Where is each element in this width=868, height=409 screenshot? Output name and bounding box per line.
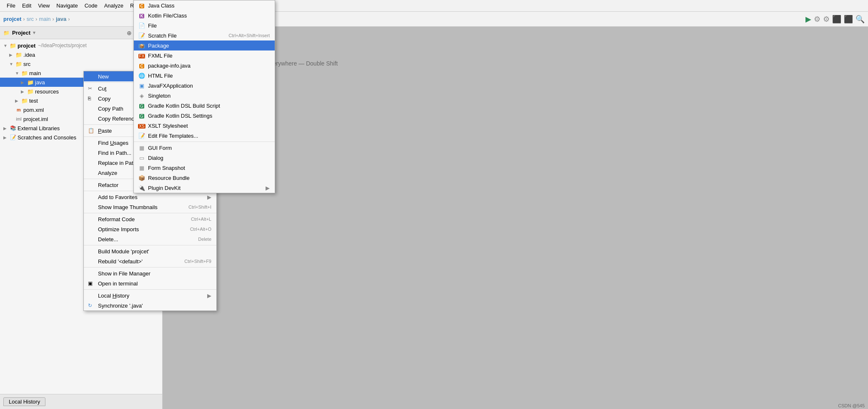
panel-locate-btn[interactable]: ⊕ — [126, 29, 133, 37]
sub-edittemplates-label: Edit File Templates... — [148, 133, 270, 139]
sub-item-fxml[interactable]: FX FXML File — [134, 50, 275, 61]
project-panel-icon: 📁 — [3, 30, 10, 36]
ctx-item-buildmodule[interactable]: Build Module 'projcet' — [84, 246, 216, 256]
menu-view[interactable]: View — [35, 1, 53, 10]
sub-item-file[interactable]: 📄 File — [134, 20, 275, 30]
dialog-icon: ▭ — [137, 155, 146, 161]
terminal-icon: ▣ — [88, 280, 96, 286]
ctx-item-openinterminal[interactable]: ▣ Open in terminal — [84, 278, 216, 288]
local-history-tab[interactable]: Local History — [3, 397, 45, 406]
ctx-item-showfilemanager[interactable]: Show in File Manager — [84, 268, 216, 278]
menu-edit[interactable]: Edit — [19, 1, 35, 10]
ctx-optimize-label: Optimize Imports — [98, 226, 183, 232]
ctx-sep-6 — [84, 213, 216, 213]
gradle-build-icon: G — [137, 103, 146, 109]
formsnapshot-icon: ▦ — [137, 165, 146, 171]
debug-icon[interactable]: ⚙ — [814, 15, 820, 24]
sub-item-resourcebundle[interactable]: 📦 Resource Bundle — [134, 173, 275, 183]
ctx-item-synchronize[interactable]: ↻ Synchronize '.java' — [84, 300, 216, 311]
project-panel-dropdown[interactable]: ▾ — [33, 30, 35, 35]
guiform-icon: ▦ — [137, 145, 146, 151]
ctx-item-optimize[interactable]: Optimize Imports Ctrl+Alt+O — [84, 224, 216, 234]
tree-label-test: test — [29, 98, 38, 104]
tree-arrow-resources: ▶ — [21, 89, 27, 94]
ctx-item-rebuild[interactable]: Rebuild '<default>' Ctrl+Shift+F9 — [84, 256, 216, 266]
sub-item-javaclass[interactable]: C Java Class — [134, 0, 275, 10]
sub-fxml-label: FXML File — [148, 53, 270, 59]
ctx-item-localhistory[interactable]: Local History ▶ — [84, 290, 216, 300]
run-icon[interactable]: ▶ — [805, 15, 811, 24]
tree-arrow-root: ▼ — [3, 43, 9, 48]
sub-item-packageinfo[interactable]: C package-info.java — [134, 61, 275, 71]
tree-label-resources: resources — [35, 88, 59, 95]
ctx-sep-9 — [84, 289, 216, 290]
menu-file[interactable]: File — [3, 1, 19, 10]
breadcrumb-main[interactable]: main — [39, 16, 50, 22]
tree-arrow-idea: ▶ — [9, 53, 15, 57]
packageinfo-icon: C — [137, 63, 146, 69]
tree-label-root: projcet — [18, 43, 35, 49]
sub-item-edittemplates[interactable]: 📝 Edit File Templates... — [134, 131, 275, 141]
ctx-favorites-arrow: ▶ — [207, 194, 211, 200]
breadcrumb-src[interactable]: src — [27, 16, 34, 22]
ctx-localhistory-label: Local History — [98, 293, 207, 299]
sub-item-formsnapshot[interactable]: ▦ Form Snapshot — [134, 163, 275, 173]
javafx-icon: ▣ — [137, 83, 146, 89]
menu-code[interactable]: Code — [81, 1, 101, 10]
file-icon-pom: m — [15, 107, 23, 112]
sub-item-dialog[interactable]: ▭ Dialog — [134, 153, 275, 163]
sub-item-package[interactable]: 📦 Package — [134, 40, 275, 50]
ctx-item-delete[interactable]: Delete... Delete — [84, 234, 216, 244]
tree-label-main: main — [29, 70, 41, 76]
sub-scratch-label: Scratch File — [148, 33, 228, 39]
folder-icon-test: 📁 — [21, 98, 28, 104]
breadcrumb-java[interactable]: java — [56, 16, 66, 22]
coverage-icon[interactable]: ⚙ — [823, 15, 830, 24]
tree-arrow-java: ▶ — [21, 80, 27, 85]
folder-icon-src: 📁 — [15, 61, 23, 67]
breadcrumb-sep-3: › — [53, 16, 54, 22]
resourcebundle-icon: 📦 — [137, 175, 146, 181]
menu-navigate[interactable]: Navigate — [53, 1, 81, 10]
sub-item-xslt[interactable]: XS XSLT Stylesheet — [134, 121, 275, 131]
stop-icon[interactable]: ⬛ — [832, 15, 841, 24]
breadcrumb-sep-1: › — [23, 16, 25, 22]
sub-plugindevkit-arrow: ▶ — [266, 185, 270, 191]
ctx-favorites-label: Add to Favorites — [98, 194, 207, 200]
ctx-synchronize-label: Synchronize '.java' — [98, 303, 211, 309]
statusbar: CSDN @545 — [838, 403, 865, 408]
ctx-optimize-shortcut: Ctrl+Alt+O — [190, 227, 211, 232]
sub-item-plugindevkit[interactable]: 🔌 Plugin DevKit ▶ — [134, 183, 275, 193]
sub-item-guiform[interactable]: ▦ GUI Form — [134, 143, 275, 153]
sub-item-javafx[interactable]: ▣ JavaFXApplication — [134, 81, 275, 91]
sub-item-scratch[interactable]: 📝 Scratch File Ctrl+Alt+Shift+Insert — [134, 30, 275, 40]
tree-label-external: External Libraries — [18, 125, 60, 131]
tree-arrow-test: ▶ — [15, 98, 21, 103]
build-icon[interactable]: ⬛ — [844, 15, 853, 24]
sub-item-gradle-build[interactable]: G Gradle Kotlin DSL Build Script — [134, 101, 275, 111]
search-everywhere-icon[interactable]: 🔍 — [855, 15, 865, 24]
menu-analyze[interactable]: Analyze — [101, 1, 127, 10]
sub-item-gradle-settings[interactable]: G Gradle Kotlin DSL Settings — [134, 111, 275, 121]
sync-icon: ↻ — [88, 303, 96, 308]
ctx-item-thumbnails[interactable]: Show Image Thumbnails Ctrl+Shift+I — [84, 202, 216, 212]
edittemplate-icon: 📝 — [137, 133, 146, 139]
sub-xslt-label: XSLT Stylesheet — [148, 123, 270, 129]
ctx-item-reformat[interactable]: Reformat Code Ctrl+Alt+L — [84, 214, 216, 224]
kotlin-class-icon: K — [137, 13, 146, 19]
sub-item-singleton[interactable]: ◈ Singleton — [134, 91, 275, 101]
sub-file-label: File — [148, 23, 270, 29]
breadcrumb-root[interactable]: projcet — [3, 16, 21, 22]
sub-package-label: Package — [148, 43, 270, 49]
sub-kotlinclass-label: Kotlin File/Class — [148, 13, 270, 19]
sub-item-kotlinclass[interactable]: K Kotlin File/Class — [134, 10, 275, 20]
submenu-new: C Java Class K Kotlin File/Class 📄 File … — [133, 0, 275, 193]
sub-item-html[interactable]: 🌐 HTML File — [134, 71, 275, 81]
ctx-item-favorites[interactable]: Add to Favorites ▶ — [84, 192, 216, 202]
fxml-icon: FX — [137, 53, 146, 59]
file-icon-iml: iml — [15, 117, 23, 121]
breadcrumb: projcet › src › main › java › — [3, 16, 71, 22]
ctx-sep-8 — [84, 267, 216, 268]
folder-icon-resources: 📁 — [27, 88, 34, 95]
package-icon: 📦 — [137, 43, 146, 49]
